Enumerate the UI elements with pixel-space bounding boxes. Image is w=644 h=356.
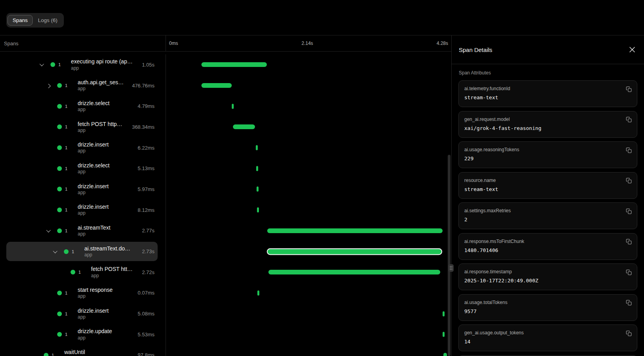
span-bar[interactable] xyxy=(267,228,443,233)
copy-button[interactable] xyxy=(624,176,633,185)
copy-button[interactable] xyxy=(624,298,633,308)
status-dot xyxy=(57,291,62,295)
span-row-left: 1 waitUntil app 97.8ms xyxy=(0,345,166,356)
chevron-icon[interactable] xyxy=(45,331,52,337)
span-bar[interactable] xyxy=(257,208,259,213)
span-count: 1 xyxy=(63,83,69,88)
span-row[interactable]: 1 drizzle.insert app 5.08ms xyxy=(0,303,451,324)
span-row[interactable]: 1 ai.streamText app 2.77s xyxy=(0,221,451,241)
chevron-icon[interactable] xyxy=(45,290,52,296)
span-row[interactable]: 1 fetch POST htt… app 2.72s xyxy=(0,262,451,283)
span-name: drizzle.insert xyxy=(78,307,109,314)
span-bar[interactable] xyxy=(443,332,445,337)
span-row-left: 1 fetch POST htt… app 2.72s xyxy=(0,262,166,283)
span-name: auth.api.get_ses… xyxy=(78,79,124,86)
status-dot xyxy=(57,104,62,109)
attribute-key: ai.usage.reasoningTokens xyxy=(464,147,631,152)
span-row[interactable]: 1 executing api route (ap… app 1.05s xyxy=(0,54,451,75)
span-details-panel: Span Details Span Attributes ai.telemetr… xyxy=(451,35,644,356)
attribute-key: ai.settings.maxRetries xyxy=(464,208,631,213)
chevron-icon[interactable] xyxy=(45,311,52,317)
span-row[interactable]: 1 drizzle.update app 5.53ms xyxy=(0,324,451,345)
copy-icon xyxy=(626,269,632,275)
copy-button[interactable] xyxy=(624,84,633,94)
chevron-icon[interactable] xyxy=(45,82,52,89)
span-row[interactable]: 1 auth.api.get_ses… app 476.76ms xyxy=(0,75,451,96)
service-name: app xyxy=(91,273,133,279)
service-name: app xyxy=(78,335,112,341)
span-row-left: 1 drizzle.insert app 6.22ms xyxy=(0,137,166,158)
span-bar[interactable] xyxy=(267,248,442,255)
close-button[interactable] xyxy=(629,46,636,53)
span-row[interactable]: 1 drizzle.insert app 8.12ms xyxy=(0,200,451,221)
chevron-icon[interactable] xyxy=(59,269,65,275)
span-bar[interactable] xyxy=(443,353,447,356)
span-row[interactable]: 1 drizzle.select app 5.13ms xyxy=(0,158,451,179)
attribute-card: gen_ai.request.model xai/grok-4-fast-rea… xyxy=(458,111,637,138)
span-bar[interactable] xyxy=(443,311,445,316)
timeline-track xyxy=(166,303,451,324)
timeline-track xyxy=(166,221,451,241)
span-details-body: Span Attributes ai.telemetry.functionId … xyxy=(452,64,644,356)
chevron-icon[interactable] xyxy=(45,165,52,172)
span-duration: 0.07ms xyxy=(138,290,158,296)
span-row[interactable]: 1 fetch POST http… app 368.34ms xyxy=(0,117,451,137)
span-bar[interactable] xyxy=(232,104,234,109)
service-name: app xyxy=(78,169,110,175)
status-dot xyxy=(57,187,62,191)
tab-spans[interactable]: Spans xyxy=(7,15,33,26)
chevron-icon[interactable] xyxy=(45,145,52,151)
chevron-icon[interactable] xyxy=(45,207,52,213)
chevron-icon[interactable] xyxy=(45,186,52,192)
attribute-card: ai.usage.totalTokens 9577 xyxy=(458,294,637,321)
service-name: app xyxy=(71,65,132,72)
span-row-left: 1 ai.streamText.do… app 2.73s xyxy=(0,241,166,262)
copy-button[interactable] xyxy=(624,145,633,155)
span-row[interactable]: 1 waitUntil app 97.8ms xyxy=(0,345,451,356)
trace-viewer: Spans Logs (6) Spans 0ms 2.14s 4.28s 1 e… xyxy=(0,0,644,356)
timeline-track xyxy=(166,117,451,137)
span-name: ai.streamText xyxy=(78,224,110,231)
chevron-icon[interactable] xyxy=(39,61,45,68)
chevron-icon[interactable] xyxy=(52,248,58,255)
span-name-block: auth.api.get_ses… app xyxy=(78,79,124,92)
span-bar[interactable] xyxy=(256,166,258,171)
span-bar[interactable] xyxy=(201,83,232,88)
copy-button[interactable] xyxy=(624,206,633,216)
timeline-track xyxy=(166,158,451,179)
span-row[interactable]: 1 drizzle.insert app 6.22ms xyxy=(0,137,451,158)
span-bar[interactable] xyxy=(268,270,440,274)
chevron-icon[interactable] xyxy=(45,124,52,130)
span-details-header: Span Details xyxy=(452,35,644,64)
spans-column-title: Spans xyxy=(4,41,19,46)
span-row[interactable]: 1 drizzle.insert app 5.97ms xyxy=(0,179,451,200)
vertical-scrollbar[interactable] xyxy=(448,155,450,356)
chevron-icon[interactable] xyxy=(45,228,52,234)
chevron-icon[interactable] xyxy=(32,352,38,356)
span-attributes-label: Span Attributes xyxy=(459,70,637,76)
copy-button[interactable] xyxy=(624,328,633,338)
chevron-icon[interactable] xyxy=(45,103,52,109)
tab-logs[interactable]: Logs (6) xyxy=(33,15,63,26)
copy-button[interactable] xyxy=(624,237,633,247)
span-row[interactable]: 1 ai.streamText.do… app 2.73s xyxy=(0,241,451,262)
span-bar[interactable] xyxy=(233,124,255,129)
attribute-card-list: ai.telemetry.functionId stream-text gen_… xyxy=(458,80,637,351)
span-count: 1 xyxy=(63,291,69,295)
span-row[interactable]: 1 start response app 0.07ms xyxy=(0,283,451,304)
span-bar[interactable] xyxy=(201,62,267,67)
span-row[interactable]: 1 drizzle.select app 4.79ms xyxy=(0,96,451,117)
service-name: app xyxy=(78,148,109,154)
span-bar[interactable] xyxy=(257,290,259,295)
attribute-value: 229 xyxy=(464,156,631,161)
panel-resize-handle[interactable] xyxy=(449,264,454,272)
span-name-block: drizzle.insert app xyxy=(78,183,109,196)
span-duration: 2.72s xyxy=(142,269,158,275)
copy-button[interactable] xyxy=(624,267,633,277)
timeline-track xyxy=(166,200,451,221)
service-name: app xyxy=(78,293,113,300)
service-name: app xyxy=(78,231,110,237)
copy-button[interactable] xyxy=(624,115,633,124)
span-bar[interactable] xyxy=(257,187,259,192)
span-bar[interactable] xyxy=(256,145,258,150)
